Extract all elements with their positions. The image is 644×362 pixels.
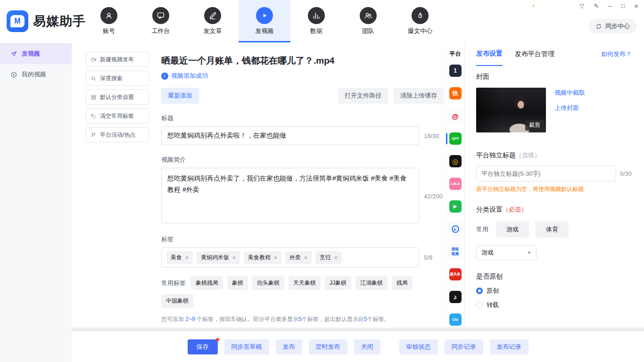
platform-douyin[interactable]: ♪ (449, 291, 462, 303)
platform-huitoutiao[interactable]: 惠头条 (449, 268, 462, 280)
topnav-item-workbench[interactable]: 工作台 (135, 0, 187, 42)
optional-hint: （选填） (516, 152, 540, 159)
platform-activity-hotspot-button[interactable]: 平台活动/热点 (86, 127, 149, 142)
category-chip-sports[interactable]: 体育 (536, 222, 569, 238)
douyin-logo: ♪ (454, 294, 457, 300)
tag-chip[interactable]: 外卖× (285, 251, 312, 264)
common-tag-chip[interactable]: 江湖象棋 (355, 276, 388, 290)
tags-input-box[interactable]: 美食× 黄焖鸡米饭× 美食教程× 外卖× 烹饪× (161, 247, 419, 268)
upload-cover-link[interactable]: 上传封面 (554, 104, 585, 112)
original-label: 是否原创 (476, 272, 632, 281)
deep-search-button[interactable]: 深度搜索 (86, 71, 149, 86)
re-add-button[interactable]: 重新添加 (161, 88, 199, 104)
crop-button[interactable]: 裁剪 (525, 120, 544, 131)
platform-kuaishou[interactable]: 快 (449, 87, 462, 99)
maximize-button[interactable]: □ (621, 3, 625, 9)
platform-sohu-video[interactable]: 搜狐视频 (449, 246, 462, 258)
common-tag-chip[interactable]: 象棋残局 (191, 276, 223, 290)
sync-records-button[interactable]: 同步记录 (445, 339, 483, 354)
tray-arrow-icon[interactable]: ▽ (579, 3, 584, 9)
action-label: 清空常用标签 (100, 112, 134, 120)
publish-records-button[interactable]: 发布记录 (490, 339, 528, 354)
tag-chip[interactable]: 黄焖鸡米饭× (197, 251, 240, 264)
platform-dark[interactable]: 1 (449, 65, 462, 77)
how-to-publish-link[interactable]: 如何发布？ (601, 50, 632, 58)
sohu-video-logo: 搜狐视频 (451, 247, 460, 256)
sync-to-draft-button[interactable]: 同步至草稿 (224, 339, 269, 354)
open-file-path-button[interactable]: 打开文件路径 (338, 88, 388, 104)
radio-button-unselected[interactable] (476, 302, 483, 308)
new-video-publish-button[interactable]: 新建视频发布 (86, 52, 149, 67)
common-tag-chip[interactable]: 天天象棋 (289, 276, 321, 290)
platform-green-play[interactable]: ▶ (449, 200, 462, 213)
common-tag-chip[interactable]: JJ象棋 (325, 276, 351, 290)
review-status-button[interactable]: 审核状态 (399, 339, 438, 354)
topnav-item-publish-article[interactable]: 发文章 (187, 0, 239, 42)
platform-ifeng[interactable]: @ (449, 110, 462, 122)
topnav-item-account[interactable]: 账号 (83, 0, 135, 42)
topnav-item-data[interactable]: 数据 (290, 0, 342, 42)
tag-close-icon[interactable]: × (232, 255, 236, 261)
independent-title-label-row: 平台独立标题（选填） (476, 151, 632, 160)
platform-blue[interactable]: Oo (449, 313, 462, 326)
platform-youku[interactable]: ▶ (449, 223, 462, 235)
left-sidebar: 发视频 我的视频 (0, 42, 72, 362)
tab-publish-settings[interactable]: 发布设置 (476, 42, 503, 66)
clear-common-tags-button[interactable]: 清空常用标签 (86, 108, 149, 123)
title-input[interactable] (161, 126, 419, 145)
green-play-logo: ▶ (454, 204, 457, 209)
radio-original[interactable]: 原创 (476, 287, 632, 295)
common-tag-chip[interactable]: 残局 (392, 276, 413, 290)
sidebar-item-publish-video[interactable]: 发视频 (0, 43, 72, 64)
topnav-item-publish-video[interactable]: 发视频 (239, 0, 290, 42)
tag-close-icon[interactable]: × (304, 255, 307, 261)
radio-repost[interactable]: 转载 (476, 301, 632, 309)
clear-upload-cache-button[interactable]: 清除上传缓存 (394, 88, 444, 104)
tag-chip[interactable]: 烹饪× (315, 251, 342, 264)
platform-strip-label: 平台 (450, 50, 461, 58)
sync-center-label: 同步中心 (605, 22, 630, 31)
common-tag-chip[interactable]: 象棋 (227, 276, 248, 290)
publish-form-panel: 新建视频发布 深度搜索 默认分类设置 清空常用标签 平台活动/热点 晒最近一个月… (72, 42, 446, 328)
publish-button[interactable]: 发布 (276, 339, 302, 354)
tab-platform-management[interactable]: 发布平台管理 (515, 42, 554, 66)
schedule-publish-button[interactable]: 定时发布 (309, 339, 347, 354)
capture-from-video-link[interactable]: 视频中截取 (554, 89, 585, 97)
topnav-label: 发视频 (256, 27, 274, 35)
platform-bilibili[interactable]: LaLa (449, 178, 462, 190)
independent-title-input[interactable] (476, 165, 616, 181)
sidebar-item-my-videos[interactable]: 我的视频 (0, 64, 72, 85)
tag-label: 外卖 (289, 254, 301, 262)
category-select[interactable]: 游戏 ▼ (476, 245, 537, 260)
independent-title-label: 平台独立标题 (476, 151, 516, 159)
platform-dark-camera[interactable]: ◎ (449, 155, 462, 167)
topnav-label: 数据 (310, 27, 322, 35)
sync-center-button[interactable]: 同步中心 (589, 19, 636, 34)
description-textarea[interactable]: 想吃黄焖鸡别再点外卖了，我们在家也能做，方法很简单#黄焖鸡米饭 #美食 #美食教… (161, 168, 419, 223)
tag-chip[interactable]: 美食教程× (244, 251, 281, 264)
edit-box-icon[interactable]: ✎ (594, 3, 599, 9)
update-icon[interactable]: ⚡ (532, 3, 536, 9)
tag-close-icon[interactable]: × (185, 255, 189, 261)
cover-row: 裁剪 视频中截取 上传封面 (476, 88, 632, 132)
minimize-button[interactable]: – (608, 3, 611, 9)
close-button-titlebar[interactable]: × (634, 2, 638, 9)
iqiyi-logo: iQIYI (452, 137, 459, 140)
default-category-settings-button[interactable]: 默认分类设置 (86, 90, 149, 105)
radio-button-selected[interactable] (476, 288, 483, 294)
category-chip-game[interactable]: 游戏 (496, 222, 529, 238)
tag-chip[interactable]: 美食× (166, 251, 193, 264)
tag-close-icon[interactable]: × (334, 255, 338, 261)
topnav-item-team[interactable]: 团队 (342, 0, 394, 42)
topnav-item-hot-center[interactable]: 爆文中心 (394, 0, 446, 42)
refresh-icon (595, 23, 602, 30)
common-tag-chip[interactable]: 街头象棋 (252, 276, 284, 290)
common-tag-chip[interactable]: 中国象棋 (161, 294, 193, 308)
platform-iqiyi[interactable]: iQIYI (449, 132, 462, 145)
close-button[interactable]: 关闭 (354, 339, 380, 354)
original-option-label: 原创 (487, 287, 499, 295)
save-button[interactable]: 保存 (188, 339, 218, 354)
topnav-label: 团队 (362, 27, 374, 35)
flag-icon (91, 132, 97, 138)
tag-close-icon[interactable]: × (274, 255, 277, 261)
